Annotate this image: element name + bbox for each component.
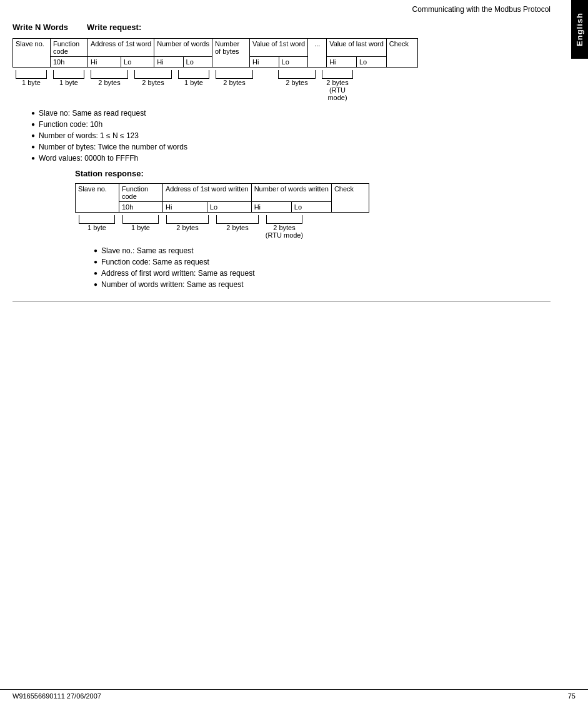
resp-brace-address: 2 bytes [162,215,212,231]
response-table-row-bottom: 10h Hi Lo Hi Lo [76,202,369,213]
bullet-item: Function code: 10h [31,120,551,129]
response-table: Slave no. Function code Address of 1st w… [75,183,369,213]
resp-bullet-item: Address of first word written: Same as r… [94,269,551,278]
footer-left: W916556690111 27/06/2007 [12,692,101,700]
cell-val-last-hi: Hi [327,57,357,68]
resp-brace-function: 1 byte [119,215,162,231]
brace-address: 2 bytes [87,70,131,86]
header-title: Communicating with the Modbus Protocol [412,5,551,14]
brace-num-bytes: 1 byte [175,70,212,86]
write-request-brace-row: 1 byte 1 byte 2 bytes 2 bytes 1 byte 2 b… [12,70,551,101]
resp-cell-check: Check [331,184,369,213]
resp-bullet-item: Function code: Same as request [94,258,551,266]
resp-cell-function-top: Function code [119,184,163,202]
cell-address-top: Address of 1st word [88,39,154,57]
response-bullets: Slave no.: Same as request Function code… [94,246,551,289]
cell-num-bytes: Number of bytes [212,39,249,68]
cell-val-1st-hi: Hi [249,57,279,68]
page-header: Communicating with the Modbus Protocol [0,0,588,16]
resp-brace-slave: 1 byte [75,215,119,231]
resp-bullet-item: Slave no.: Same as request [94,246,551,255]
cell-slave-no: Slave no. [13,39,51,68]
station-response-label: Station response: [75,169,551,178]
bullet-item: Number of words: 1 ≤ N ≤ 123 [31,131,551,140]
bullet-item: Word values: 0000h to FFFFh [31,154,551,163]
resp-cell-num-words-top: Number of words written [251,184,331,202]
response-table-row-top: Slave no. Function code Address of 1st w… [76,184,369,202]
cell-val-1st-lo: Lo [279,57,308,68]
cell-num-words-top: Number of words [154,39,212,57]
response-brace-row: 1 byte 1 byte 2 bytes 2 bytes 2 bytes(RT… [75,215,551,239]
page-footer: W916556690111 27/06/2007 75 [0,689,588,700]
brace-val-1st: 2 bytes [212,70,256,86]
section1-sub-label: Write request: [87,23,141,32]
brace-val-last: 2 bytes [275,70,319,86]
cell-val-last-lo: Lo [356,57,386,68]
response-section: Slave no. Function code Address of 1st w… [75,183,551,289]
write-request-bullets: Slave no: Same as read request Function … [31,109,551,163]
cell-val-last-top: Value of last word [327,39,387,57]
cell-num-words-hi: Hi [154,57,183,68]
brace-check: 2 bytes(RTU mode) [319,70,356,101]
section1-main-label: Write N Words [12,23,68,32]
resp-brace-check: 2 bytes(RTU mode) [262,215,306,239]
section1-title: Write N Words Write request: [12,23,551,32]
cell-num-words-lo: Lo [183,57,212,68]
brace-function: 1 byte [50,70,87,86]
cell-check: Check [386,39,417,68]
resp-bullet-item: Number of words written: Same as request [94,280,551,289]
brace-svg-slave [16,70,47,79]
english-tab: English [571,0,588,59]
resp-cell-address-lo: Lo [207,202,251,213]
table-row-top: Slave no. Function code Address of 1st w… [13,39,418,57]
resp-cell-num-words-hi: Hi [251,202,291,213]
brace-num-words: 2 bytes [131,70,175,86]
cell-val-1st-top: Value of 1st word [249,39,307,57]
cell-address-lo: Lo [121,57,154,68]
bullet-item: Number of bytes: Twice the number of wor… [31,143,551,151]
resp-cell-num-words-lo: Lo [291,202,331,213]
resp-brace-num-words: 2 bytes [212,215,262,231]
write-request-table-wrapper: Slave no. Function code Address of 1st w… [12,38,551,70]
cell-address-hi: Hi [88,57,121,68]
footer-right: 75 [568,692,576,700]
brace-slave: 1 byte [12,70,50,86]
cell-function-code-top: Function code [51,39,88,57]
resp-cell-address-top: Address of 1st word written [163,184,252,202]
resp-cell-slave: Slave no. [76,184,119,213]
resp-cell-address-hi: Hi [163,202,207,213]
cell-dots: ... [308,39,327,68]
bullet-item: Slave no: Same as read request [31,109,551,118]
cell-function-code-bottom: 10h [51,57,88,68]
resp-cell-function-bottom: 10h [119,202,163,213]
write-request-table: Slave no. Function code Address of 1st w… [12,38,418,68]
section-divider [12,301,551,302]
